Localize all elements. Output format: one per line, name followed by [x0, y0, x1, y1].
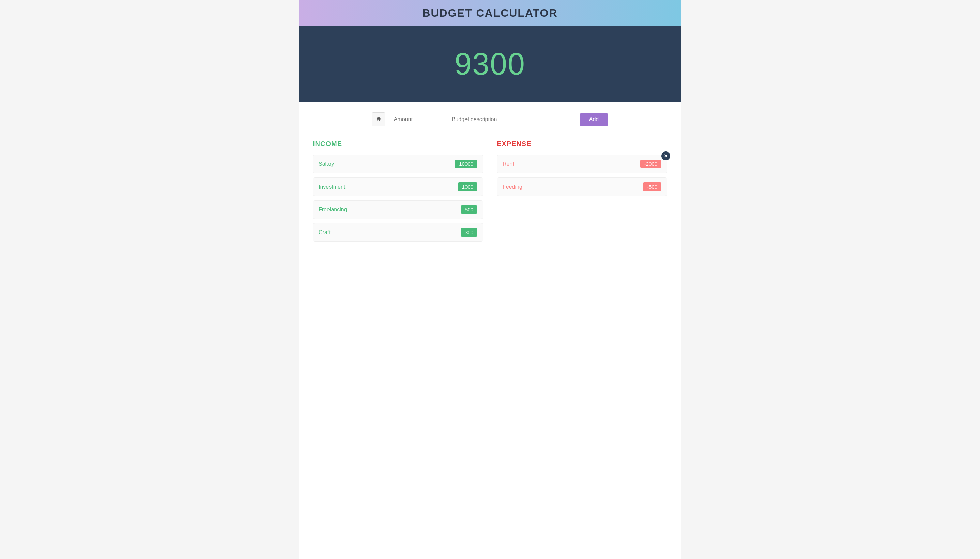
- income-item-name: Craft: [318, 230, 330, 236]
- income-item-badge: 300: [461, 228, 478, 237]
- expense-item-name: Feeding: [502, 184, 522, 190]
- expense-item: Feeding -500: [497, 177, 667, 196]
- add-button[interactable]: Add: [580, 113, 608, 126]
- expense-item: Rent -2000 ✕: [497, 155, 667, 173]
- app-title: BUDGET CALCULATOR: [306, 7, 674, 20]
- income-item: Salary 10000: [313, 155, 483, 173]
- lists-section: INCOME Salary 10000 Investment 1000 Free…: [299, 137, 681, 260]
- input-section: ₦ Add: [299, 102, 681, 137]
- income-item-badge: 10000: [455, 160, 478, 168]
- expense-column: EXPENSE Rent -2000 ✕ Feeding -500: [497, 140, 667, 246]
- income-heading: INCOME: [313, 140, 483, 148]
- expense-item-badge: -500: [643, 182, 662, 191]
- balance-section: 9300: [299, 26, 681, 102]
- app-header: BUDGET CALCULATOR: [299, 0, 681, 26]
- income-item-badge: 500: [461, 205, 478, 214]
- income-item-badge: 1000: [458, 182, 478, 191]
- app-container: BUDGET CALCULATOR 9300 ₦ Add INCOME Sala…: [299, 0, 681, 559]
- balance-amount: 9300: [306, 46, 674, 82]
- income-item-name: Investment: [318, 184, 345, 190]
- expense-item-name: Rent: [502, 161, 514, 167]
- expense-heading: EXPENSE: [497, 140, 667, 148]
- income-item: Investment 1000: [313, 177, 483, 196]
- income-column: INCOME Salary 10000 Investment 1000 Free…: [313, 140, 483, 246]
- income-item-name: Salary: [318, 161, 334, 167]
- currency-badge: ₦: [372, 112, 385, 126]
- description-input[interactable]: [447, 113, 576, 126]
- income-item-name: Freelancing: [318, 207, 347, 213]
- expense-item-badge: -2000: [640, 160, 662, 168]
- delete-button[interactable]: ✕: [662, 152, 670, 160]
- income-item: Craft 300: [313, 223, 483, 242]
- income-item: Freelancing 500: [313, 200, 483, 219]
- amount-input[interactable]: [389, 113, 443, 126]
